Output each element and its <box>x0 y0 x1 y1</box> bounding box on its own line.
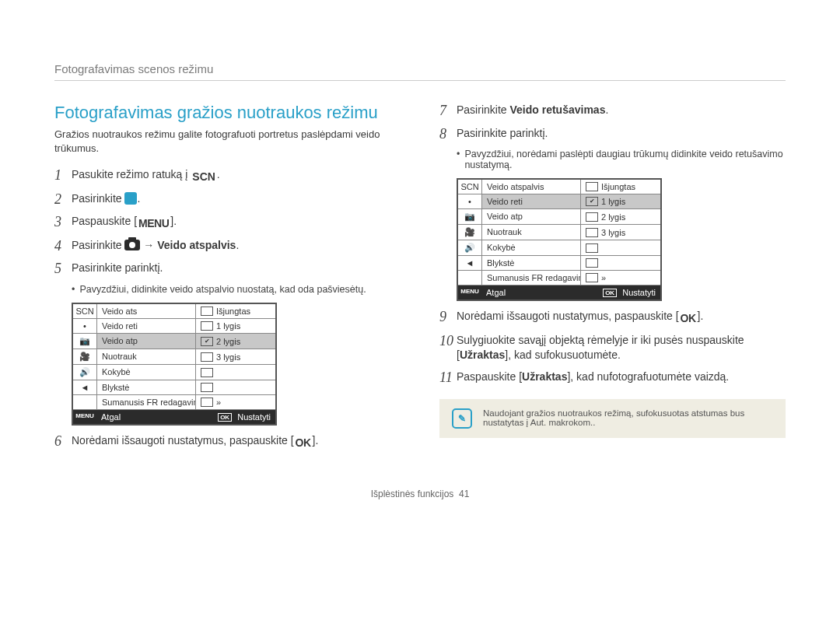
menu-row-setting: 2 lygis <box>581 209 660 224</box>
step-number: 5 <box>54 261 72 278</box>
menu-row-label: Kokybė <box>97 365 195 380</box>
beauty-mode-icon <box>124 192 137 205</box>
camera-menu-screenshot: SCNVeido atspalvisIšjungtas•Veido reti✔1… <box>457 178 662 301</box>
step-body: Norėdami išsaugoti nustatymus, paspauski… <box>72 433 401 451</box>
step-body: Pasirinkite parinktį. <box>72 261 401 276</box>
steps-left: 1 Pasukite režimo ratuką į SCN. 2 Pasiri… <box>54 167 401 278</box>
ok-icon: OK <box>681 311 696 327</box>
step-number: 3 <box>54 214 72 231</box>
menu-row-label: Veido ats <box>97 304 195 318</box>
menu-side-icon: 🔊 <box>458 240 481 255</box>
menu-row-setting: Išjungtas <box>196 304 275 318</box>
menu-side-icon: SCN <box>458 180 481 194</box>
scn-icon: SCN <box>192 170 215 185</box>
step-number: 9 <box>439 309 457 326</box>
menu-row-setting <box>196 380 275 394</box>
step-number: 6 <box>54 433 72 450</box>
menu-row-setting: » <box>581 271 660 285</box>
step-text: ]. <box>170 215 177 227</box>
right-column: 7 Pasirinkite Veido retušavimas. 8 Pasir… <box>439 103 786 457</box>
step-text: Pasirinkite <box>72 192 124 205</box>
step-text: Paspauskite [ <box>72 215 137 227</box>
menu-key-icon: MENU <box>458 285 481 299</box>
step-body: Pasirinkite → Veido atspalvis. <box>72 238 401 254</box>
step-body: Sulygiuokite savąjį objektą rėmelyje ir … <box>457 333 786 363</box>
menu-row-setting: ✔1 lygis <box>581 194 660 208</box>
menu-row-setting: » <box>196 395 275 409</box>
menu-row-label: Nuotrauk <box>482 225 580 240</box>
step-text: Pasirinkite <box>457 103 509 116</box>
menu-row-label: Sumanusis FR redagavimas <box>482 271 580 285</box>
note-box: ✎ Naudojant gražios nuotraukos režimą, s… <box>439 399 786 438</box>
info-icon: ✎ <box>452 408 472 429</box>
note-text: Naudojant gražios nuotraukos režimą, suf… <box>483 408 773 427</box>
step-text: Norėdami išsaugoti nustatymus, paspauski… <box>72 434 294 447</box>
step-text: Norėdami išsaugoti nustatymus, paspauski… <box>457 310 679 322</box>
ok-icon: OK <box>296 436 311 451</box>
step-number: 4 <box>54 238 72 255</box>
step-bold: Užraktas <box>522 370 567 383</box>
left-column: Fotografavimas gražios nuotraukos režimu… <box>54 103 401 457</box>
step-text: Pasirinkite <box>72 239 124 251</box>
menu-row-label: Veido atp <box>97 334 195 349</box>
step-text: . <box>605 103 608 116</box>
menu-row-label: Veido atspalvis <box>482 180 580 194</box>
menu-row-label: Sumanusis FR redagavimas <box>97 395 195 409</box>
step-text: → <box>140 239 157 251</box>
footer-page-number: 41 <box>459 489 469 499</box>
step-text: . <box>236 239 239 251</box>
menu-side-icon: 🎥 <box>458 225 481 240</box>
menu-side-icon: • <box>458 194 481 208</box>
step-text: ]. <box>698 310 704 322</box>
step-bold: Užraktas <box>460 349 505 361</box>
step-text: . <box>137 192 140 205</box>
sub-text: Pavyzdžiui, norėdami paslėpti daugiau tr… <box>464 149 786 170</box>
menu-side-icon: 🎥 <box>73 349 96 364</box>
step-number: 7 <box>439 103 457 120</box>
menu-row-setting <box>581 240 660 255</box>
menu-row-label: Nuotrauk <box>97 349 195 364</box>
menu-side-icon <box>73 395 96 409</box>
sub-bullet: •Pavyzdžiui, norėdami paslėpti daugiau t… <box>457 149 786 170</box>
camera-menu-screenshot: SCNVeido atsIšjungtas•Veido reti1 lygis📷… <box>72 303 277 426</box>
step-text: ]. <box>313 434 319 447</box>
menu-back-label: Atgal <box>481 285 581 299</box>
step-text: ], kad nufotografuotumėte vaizdą. <box>567 370 729 383</box>
menu-side-icon: 📷 <box>458 209 481 224</box>
step-text: ], kad sufokusuotumėte. <box>505 349 621 361</box>
menu-side-icon: 📷 <box>73 334 96 349</box>
step-text: Pasukite režimo ratuką į <box>72 168 191 180</box>
menu-set-label: OK Nustatyti <box>581 285 660 299</box>
step-text: . <box>217 168 220 180</box>
menu-side-icon: SCN <box>73 304 96 318</box>
section-title: Fotografavimas gražios nuotraukos režimu <box>54 103 401 123</box>
step-body: Paspauskite [MENU]. <box>72 214 401 232</box>
step-number: 10 <box>439 333 457 350</box>
menu-row-label: Blykstė <box>482 256 580 270</box>
steps-right: 7 Pasirinkite Veido retušavimas. 8 Pasir… <box>439 103 786 142</box>
menu-icon: MENU <box>138 216 169 232</box>
menu-row-setting: 3 lygis <box>581 225 660 240</box>
breadcrumb: Fotografavimas scenos režimu <box>54 62 786 81</box>
step-body: Pasirinkite parinktį. <box>457 126 786 142</box>
menu-side-icon: ◄ <box>73 380 96 394</box>
footer-section: Išplėstinės funkcijos <box>371 489 454 499</box>
menu-side-icon: ◄ <box>458 256 481 270</box>
camera-icon <box>124 240 140 250</box>
sub-text: Pavyzdžiui, didinkite veido atspalvio nu… <box>79 284 366 295</box>
menu-row-setting: 1 lygis <box>196 319 275 333</box>
step-number: 8 <box>439 126 457 143</box>
menu-side-icon: • <box>73 319 96 333</box>
menu-row-label: Veido reti <box>97 319 195 333</box>
step-text: Paspauskite [ <box>457 370 522 383</box>
menu-row-label: Veido atp <box>482 209 580 224</box>
menu-side-icon: 🔊 <box>73 365 96 380</box>
sub-bullet: •Pavyzdžiui, didinkite veido atspalvio n… <box>72 284 401 295</box>
menu-row-setting <box>196 365 275 380</box>
menu-set-label: OK Nustatyti <box>196 410 275 424</box>
menu-row-setting: ✔2 lygis <box>196 334 275 349</box>
menu-row-setting <box>581 256 660 270</box>
step-number: 1 <box>54 167 72 184</box>
step-body: Pasirinkite Veido retušavimas. <box>457 103 786 118</box>
step-number: 11 <box>439 370 457 387</box>
